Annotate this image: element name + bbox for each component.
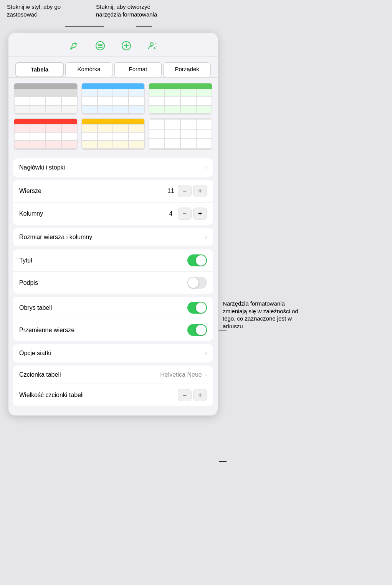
tytul-label: Tytuł [19,257,187,264]
obrys-label: Obrys tabeli [19,304,187,311]
tytul-row: Tytuł [13,249,213,272]
rows-row: Wiersze 11 − + [13,180,213,203]
obrys-toggle[interactable] [187,302,207,314]
svg-point-8 [150,43,153,46]
podpis-toggle[interactable] [187,277,207,289]
grid-options-section: Opcje siatki › [13,344,213,362]
callout-side-formatting: Narzędzia formatowania zmieniają się w z… [223,300,299,330]
style-green[interactable] [149,83,212,115]
callout-line-right [136,26,152,27]
font-size-label: Wielkość czcionki tabeli [19,392,178,399]
side-annotation-line [219,331,219,461]
obrys-toggle-knob [196,302,206,313]
font-section: Czcionka tabeli Helvetica Neue › Wielkoś… [13,366,213,406]
callout-open-format: Stuknij, aby otworzyć narzędzia formatow… [96,3,165,18]
cols-value: 4 [165,210,176,217]
rows-stepper: 11 − + [165,185,207,197]
font-size-minus-button[interactable]: − [178,389,192,401]
title-caption-section: Tytuł Podpis [13,249,213,294]
tab-format[interactable]: Format [114,62,162,77]
rows-plus-button[interactable]: + [193,185,207,197]
callout-apply-style: Stuknij w styl, aby go zastosować [7,3,68,18]
tab-komorka[interactable]: Komórka [65,62,113,77]
person-add-icon[interactable] [146,40,159,52]
przemienne-label: Przemienne wiersze [19,327,187,334]
font-chevron-icon: › [205,371,207,378]
headers-section: Nagłówki i stopki › [13,158,213,177]
toolbar [8,33,218,57]
style-plain[interactable] [149,118,212,150]
tab-porzadek[interactable]: Porządek [163,62,211,77]
obrys-row: Obrys tabeli [13,297,213,319]
cols-row: Kolumny 4 − + [13,203,213,225]
border-alternate-section: Obrys tabeli Przemienne wiersze [13,297,213,341]
rows-minus-button[interactable]: − [178,185,192,197]
style-orange[interactable] [81,118,145,150]
style-blue[interactable] [81,83,145,115]
format-panel: Tabela Komórka Format Porządek [8,33,218,415]
przemienne-toggle[interactable] [187,324,207,336]
paintbrush-icon[interactable] [68,40,80,52]
podpis-label: Podpis [19,279,187,286]
tytul-toggle[interactable] [187,254,207,266]
headers-label: Nagłówki i stopki [19,164,203,171]
przemienne-toggle-knob [196,325,206,335]
grid-options-row[interactable]: Opcje siatki › [13,344,213,362]
headers-row[interactable]: Nagłówki i stopki › [13,158,213,177]
rows-cols-section: Wiersze 11 − + Kolumny 4 − + [13,180,213,225]
row-size-chevron-icon: › [205,234,207,241]
grid-options-label: Opcje siatki [19,350,203,357]
svg-point-0 [70,48,72,50]
podpis-toggle-knob [188,278,198,288]
row-size-section: Rozmiar wiersza i kolumny › [13,228,213,246]
grid-options-chevron-icon: › [205,350,207,357]
lines-icon[interactable] [94,40,106,52]
tytul-toggle-knob [196,255,206,266]
row-size-label: Rozmiar wiersza i kolumny [19,234,203,241]
font-label: Czcionka tabeli [19,371,160,378]
callout-line-left [65,26,104,27]
tab-bar: Tabela Komórka Format Porządek [8,57,218,78]
style-gray[interactable] [14,83,78,115]
style-red[interactable] [14,118,78,150]
headers-chevron-icon: › [205,164,207,171]
podpis-row: Podpis [13,272,213,294]
przemienne-row: Przemienne wiersze [13,319,213,341]
cols-stepper: 4 − + [165,208,207,220]
bottom-spacer [8,409,218,415]
row-size-row[interactable]: Rozmiar wiersza i kolumny › [13,228,213,246]
side-annotation-line-top [219,331,227,331]
font-row[interactable]: Czcionka tabeli Helvetica Neue › [13,366,213,384]
plus-icon[interactable] [120,40,132,52]
font-size-row: Wielkość czcionki tabeli − + [13,384,213,406]
font-size-stepper: − + [178,389,207,401]
tab-tabela[interactable]: Tabela [15,62,64,77]
cols-label: Kolumny [19,210,165,217]
rows-value: 11 [165,188,176,194]
cols-minus-button[interactable]: − [178,208,192,220]
font-size-plus-button[interactable]: + [193,389,207,401]
cols-plus-button[interactable]: + [193,208,207,220]
side-annotation-line-bottom [219,461,227,462]
font-value: Helvetica Neue [160,371,202,378]
rows-label: Wiersze [19,188,165,194]
style-grid [8,78,218,155]
